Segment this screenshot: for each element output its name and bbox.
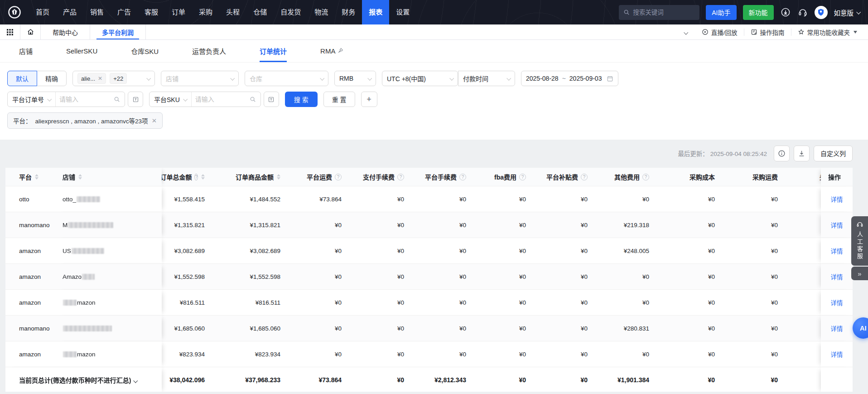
guide-link[interactable]: 操作指南: [744, 28, 791, 37]
tab-multi-platform-profit[interactable]: 多平台利润: [90, 24, 146, 39]
order-no-batch-input-button[interactable]: [128, 92, 143, 107]
nav-item-广告[interactable]: 广告: [111, 0, 138, 24]
tab-help-center[interactable]: 帮助中心: [41, 24, 90, 39]
report-tab-RMA[interactable]: RMA: [320, 40, 343, 62]
nav-item-首页[interactable]: 首页: [29, 0, 56, 24]
col-header-store[interactable]: 店铺: [55, 168, 162, 186]
cell-platform_fee: ¥0: [411, 238, 473, 264]
store-select[interactable]: 店铺: [161, 71, 239, 86]
cell-payment_fee: ¥0: [349, 316, 411, 341]
help-icon[interactable]: ?: [397, 174, 404, 180]
nav-item-财务[interactable]: 财务: [335, 0, 362, 24]
detail-link[interactable]: 详情: [831, 300, 843, 306]
collapse-chevron-icon[interactable]: [676, 28, 695, 36]
collapse-side-button[interactable]: »: [851, 267, 868, 280]
global-search-input[interactable]: [633, 9, 692, 16]
chip-close-icon[interactable]: ✕: [98, 75, 102, 82]
detail-link[interactable]: 详情: [831, 248, 843, 255]
download-icon: [798, 150, 805, 157]
headset-icon[interactable]: [797, 7, 808, 18]
apps-grid-button[interactable]: [0, 24, 20, 39]
summary-platform_fee: ¥2,812.343: [411, 367, 473, 392]
nav-item-客服[interactable]: 客服: [138, 0, 165, 24]
sku-field-select[interactable]: 平台SKU: [149, 92, 192, 107]
time-type-select[interactable]: 付款时间: [458, 71, 515, 86]
currency-select[interactable]: RMB: [334, 71, 376, 86]
detail-link[interactable]: 详情: [831, 222, 843, 229]
nav-item-仓储[interactable]: 仓储: [246, 0, 274, 24]
help-icon[interactable]: ?: [194, 174, 198, 180]
detail-link[interactable]: 详情: [831, 326, 843, 332]
match-exact-button[interactable]: 精确: [37, 71, 66, 86]
app-logo[interactable]: [0, 0, 29, 24]
report-tab-运营负责人[interactable]: 运营负责人: [192, 40, 226, 62]
help-icon[interactable]: ?: [335, 174, 342, 180]
detail-link[interactable]: 详情: [831, 351, 843, 358]
cell-fba_fee: ¥0: [473, 186, 533, 212]
sort-icon[interactable]: [78, 174, 82, 180]
ai-assistant-button[interactable]: AI助手: [706, 5, 736, 20]
report-tab-SellerSKU[interactable]: SellerSKU: [66, 40, 97, 62]
favorites-link[interactable]: 常用功能收藏夹: [791, 28, 864, 37]
help-icon[interactable]: ?: [519, 174, 526, 180]
cell-purchase_shipping: ¥0: [722, 212, 785, 238]
cell-platform_shipping: ¥0: [288, 264, 349, 290]
sort-icon[interactable]: [35, 174, 39, 180]
sku-batch-input-button[interactable]: [264, 92, 279, 107]
match-default-button[interactable]: 默认: [7, 71, 37, 86]
export-button[interactable]: [794, 146, 810, 161]
order-no-field-select[interactable]: 平台订单号: [8, 92, 56, 107]
cell-platform_subsidy: ¥0: [533, 212, 595, 238]
add-filter-button[interactable]: +: [361, 92, 377, 107]
nav-item-自发货[interactable]: 自发货: [274, 0, 308, 24]
tag-close-icon[interactable]: ✕: [152, 117, 157, 124]
timezone-select[interactable]: UTC +8(中国): [382, 71, 458, 86]
nav-item-报表[interactable]: 报表: [362, 0, 389, 24]
info-button[interactable]: [774, 146, 790, 161]
date-range-picker[interactable]: 2025-08-28 ~ 2025-09-03: [521, 71, 618, 86]
customize-columns-button[interactable]: 自定义列: [814, 146, 853, 161]
download-circle-icon[interactable]: [780, 7, 791, 18]
table-row: amazonmazon¥823.934¥823.934¥0¥0¥0¥0¥0¥0¥…: [5, 341, 853, 367]
detail-link[interactable]: 详情: [831, 274, 843, 281]
sort-icon[interactable]: [201, 174, 205, 180]
col-header-content: 采购运费: [729, 172, 778, 181]
nav-item-采购[interactable]: 采购: [192, 0, 219, 24]
avatar[interactable]: [815, 6, 828, 19]
col-label: 采购运费: [752, 172, 778, 181]
col-header-order_total[interactable]: 订单总金额?: [162, 168, 212, 186]
report-tab-仓库SKU[interactable]: 仓库SKU: [131, 40, 159, 62]
global-search[interactable]: [619, 5, 699, 20]
nav-item-设置[interactable]: 设置: [389, 0, 416, 24]
sku-input[interactable]: [192, 96, 250, 103]
live-replay-link[interactable]: 直播/回放: [695, 28, 744, 37]
sort-icon[interactable]: [277, 174, 280, 180]
search-button[interactable]: 搜 索: [285, 92, 318, 107]
warehouse-select[interactable]: 仓库: [245, 71, 328, 86]
order-no-input[interactable]: [56, 96, 114, 103]
help-icon[interactable]: ?: [459, 174, 466, 180]
nav-item-物流[interactable]: 物流: [308, 0, 335, 24]
summary-label-cell[interactable]: 当前页总计(筛选付款币种时不进行汇总): [5, 367, 162, 392]
timezone-value: UTC +8(中国): [387, 74, 426, 83]
nav-item-订单[interactable]: 订单: [165, 0, 192, 24]
customer-service-widget[interactable]: 人工客服: [851, 216, 868, 266]
report-tab-订单统计[interactable]: 订单统计: [260, 40, 287, 62]
col-header-platform[interactable]: 平台: [5, 168, 55, 186]
report-tab-店铺[interactable]: 店铺: [19, 40, 33, 62]
nav-item-产品[interactable]: 产品: [56, 0, 83, 24]
col-header-order_goods[interactable]: 订单商品金额: [212, 168, 288, 186]
cell-order_total: ¥1,552.598: [162, 264, 212, 290]
home-button[interactable]: [20, 24, 41, 39]
new-feature-button[interactable]: 新功能: [743, 5, 774, 20]
edition-switcher[interactable]: 如意版: [834, 8, 860, 17]
nav-item-销售[interactable]: 销售: [83, 0, 111, 24]
cell-purchase_shipping: ¥0: [722, 186, 785, 212]
nav-item-头程[interactable]: 头程: [219, 0, 246, 24]
detail-link[interactable]: 详情: [831, 196, 843, 203]
help-icon[interactable]: ?: [581, 174, 588, 180]
help-icon[interactable]: ?: [642, 174, 649, 180]
reset-button[interactable]: 重 置: [323, 92, 355, 107]
platform-multiselect[interactable]: alie... ✕ +22: [72, 71, 155, 86]
chevron-down-icon[interactable]: [134, 379, 138, 383]
